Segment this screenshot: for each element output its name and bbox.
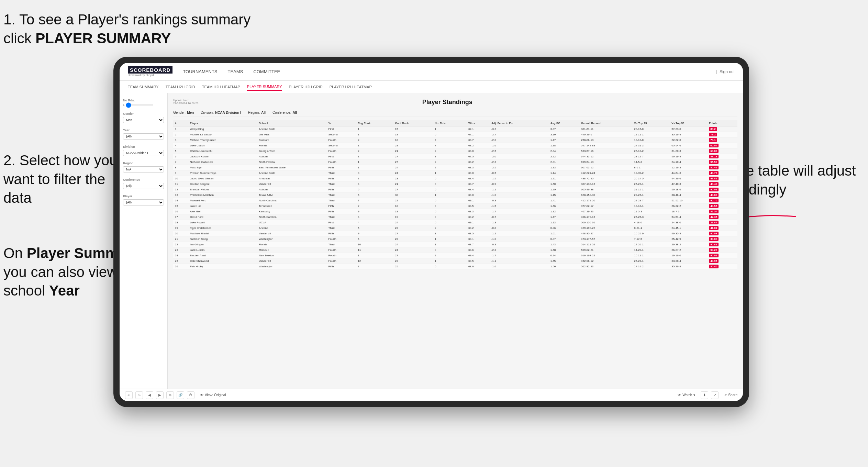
- table-row[interactable]: 7Nicholas GabrelcikNorth FloridaFourth12…: [173, 159, 737, 165]
- nav-links: TOURNAMENTS TEAMS COMMITTEE: [183, 68, 715, 76]
- toolbar-view[interactable]: 👁 View: Original: [200, 393, 226, 397]
- sub-nav-player-h2h-grid[interactable]: PLAYER H2H GRID: [289, 84, 323, 90]
- table-row[interactable]: 14Maxwell FordNorth CarolinaThird722069.…: [173, 198, 737, 203]
- toolbar-share[interactable]: ↗ Share: [724, 393, 737, 397]
- table-row[interactable]: 25Cole SherwoodVanderbiltFourth1223169.5…: [173, 258, 737, 264]
- col-no-rds: No. Rds.: [433, 120, 467, 126]
- toolbar-next[interactable]: ▶: [156, 391, 164, 399]
- table-row[interactable]: 10Jacob Skov OlesenArkansasFifth323068.4…: [173, 176, 737, 181]
- table-row[interactable]: 17David FordNorth CarolinaThird419069.2-…: [173, 214, 737, 220]
- main-content: No Rds. 1 Gender Men Women Year: [120, 93, 743, 389]
- toolbar-watch[interactable]: 👁 Watch ▾: [678, 393, 695, 397]
- toolbar-link[interactable]: 🔗: [177, 391, 184, 399]
- table-row[interactable]: 5Christo LamprechtGeorgia TechFourth2212…: [173, 148, 737, 154]
- bottom-toolbar: ↩ ↪ ◀ ▶ ⊕ 🔗 ⏱ 👁 View: Original 👁 Watch ▾…: [120, 389, 743, 401]
- sub-nav-team-h2h-grid[interactable]: TEAM H2H GRID: [166, 84, 195, 90]
- update-time: Update time: 27/03/2024 16:56:26: [173, 99, 198, 105]
- sidebar-division: Division NCAA Division I: [123, 145, 164, 156]
- annotation-step1-bold: PLAYER SUMMARY: [35, 30, 171, 46]
- table-row[interactable]: 15Jake HallTennesseeFifth718068.5-1.51.6…: [173, 203, 737, 209]
- toolbar-clock[interactable]: ⏱: [187, 391, 194, 399]
- content-area: Update time: 27/03/2024 16:56:26 Player …: [168, 93, 743, 389]
- content-header: Update time: 27/03/2024 16:56:26 Player …: [173, 99, 737, 106]
- table-row[interactable]: 9Preston SummerhaysArizona StateThird324…: [173, 170, 737, 176]
- logo: SCOREBOARD Powered by clippd: [128, 66, 173, 77]
- nav-pipe: |: [716, 69, 717, 74]
- sub-nav-player-h2h-heatmap[interactable]: PLAYER H2H HEATMAP: [330, 84, 372, 90]
- col-yr: Yr: [327, 120, 356, 126]
- table-row[interactable]: 12Brendan ValdesAuburnFifth527068.4-1.11…: [173, 187, 737, 192]
- sidebar-year: Year (All): [123, 129, 164, 140]
- table-row[interactable]: 22Ian GilliganFloridaThird1024168.7-0.91…: [173, 242, 737, 247]
- filter-gender: Gender: Men: [173, 111, 194, 114]
- filter-conference: Conference: All: [272, 111, 297, 114]
- table-row[interactable]: 21Taehoon SongWashingtonFourth623169.1-1…: [173, 236, 737, 242]
- sidebar-conference: Conference (All): [123, 178, 164, 189]
- toolbar-copy[interactable]: ⊕: [166, 391, 174, 399]
- sign-out-link[interactable]: Sign out: [720, 69, 735, 74]
- division-select[interactable]: NCAA Division I: [123, 150, 164, 156]
- table-row[interactable]: 16Alex GoffKentuckyFifth919068.3-1.71.92…: [173, 209, 737, 214]
- no-rds-slider[interactable]: [126, 104, 153, 105]
- gender-select[interactable]: Men Women: [123, 117, 164, 123]
- sidebar-gender: Gender Men Women: [123, 112, 164, 123]
- no-rds-label: No Rds.: [123, 99, 164, 102]
- col-player: Player: [188, 120, 257, 126]
- table-row[interactable]: 3Michael ThorbjornsenStanfordFourth21876…: [173, 137, 737, 143]
- standings-table: # Player School Yr Reg Rank Conf Rank No…: [173, 120, 737, 269]
- table-row[interactable]: 24Bastien AmatNew MexicoFourth127269.4-1…: [173, 253, 737, 258]
- sidebar: No Rds. 1 Gender Men Women Year: [120, 93, 168, 389]
- year-label: Year: [123, 129, 164, 132]
- sidebar-no-rds: No Rds. 1: [123, 99, 164, 107]
- table-row[interactable]: 2Michael Le SassoOle MissSecond118067.1-…: [173, 132, 737, 137]
- toolbar-undo[interactable]: ↩: [125, 391, 133, 399]
- region-label: Region: [123, 162, 164, 165]
- col-school: School: [257, 120, 326, 126]
- player-select[interactable]: (All): [123, 199, 164, 205]
- nav-right: | Sign out: [716, 69, 735, 74]
- page-title: Player Standings: [198, 99, 696, 106]
- nav-committee[interactable]: COMMITTEE: [253, 68, 280, 76]
- slider-container: 1: [123, 103, 164, 107]
- nav-teams[interactable]: TEAMS: [228, 68, 243, 76]
- col-wins: Wins: [467, 120, 490, 126]
- col-points: Points: [707, 120, 737, 126]
- nav-tournaments[interactable]: TOURNAMENTS: [183, 68, 217, 76]
- sub-nav-player-summary[interactable]: PLAYER SUMMARY: [247, 83, 282, 91]
- col-adj-score: Adj. Score to Par: [490, 120, 549, 126]
- table-row[interactable]: 11Gordon SargentVanderbiltThird421068.7-…: [173, 181, 737, 187]
- col-avg-sg: Avg SG: [549, 120, 579, 126]
- table-row[interactable]: 13Phichaksn MaichonTexas A&MThird630169.…: [173, 192, 737, 198]
- sub-nav-team-h2h-heatmap[interactable]: TEAM H2H HEATMAP: [202, 84, 240, 90]
- table-row[interactable]: 4Luke ClatonFloridaSecond129768.2-1.61.9…: [173, 143, 737, 148]
- sub-nav: TEAM SUMMARY TEAM H2H GRID TEAM H2H HEAT…: [120, 81, 743, 93]
- toolbar-expand[interactable]: ⤢: [711, 391, 719, 399]
- toolbar-redo[interactable]: ↪: [135, 391, 143, 399]
- table-row[interactable]: 18Luke PowellUCLAFirst424069.1-1.81.1350…: [173, 220, 737, 225]
- table-row[interactable]: 20Matthew RiedelVanderbiltFifth927368.5-…: [173, 231, 737, 236]
- tablet: SCOREBOARD Powered by clippd TOURNAMENTS…: [113, 57, 749, 407]
- conference-select[interactable]: (All): [123, 183, 164, 189]
- col-conf-rank: Conf Rank: [393, 120, 433, 126]
- year-select[interactable]: (All): [123, 133, 164, 140]
- division-label: Division: [123, 145, 164, 148]
- gender-label: Gender: [123, 112, 164, 115]
- col-reg-rank: Reg Rank: [356, 120, 393, 126]
- table-row[interactable]: 8Mats EgeEast Tennessee StateFifth124268…: [173, 165, 737, 170]
- sub-nav-team-summary[interactable]: TEAM SUMMARY: [128, 84, 159, 90]
- sidebar-player: Player (All): [123, 194, 164, 205]
- conference-label: Conference: [123, 178, 164, 181]
- logo-text: SCOREBOARD: [128, 66, 173, 74]
- table-row[interactable]: 19Tiger ChristensenArizonaThird523269.2-…: [173, 225, 737, 231]
- col-vs-top50: Vs Top 50: [670, 120, 707, 126]
- region-select[interactable]: N/A: [123, 166, 164, 173]
- toolbar-prev[interactable]: ◀: [146, 391, 153, 399]
- filter-division: Division: NCAA Division I: [201, 111, 241, 114]
- table-row[interactable]: 1Wenyi DingArizona StateFirst115167.1-3.…: [173, 126, 737, 132]
- table-row[interactable]: 23Jack LundinMissouriFourth1124068.6-2.3…: [173, 247, 737, 253]
- sidebar-region: Region N/A: [123, 162, 164, 173]
- logo-sub: Powered by clippd: [128, 74, 173, 77]
- table-row[interactable]: 26Petr HrubyWashingtonFifth725068.6-1.61…: [173, 264, 737, 269]
- toolbar-download[interactable]: ⬇: [701, 391, 708, 399]
- table-row[interactable]: 6Jackson KoivunAuburnFirst127367.5-2.02.…: [173, 154, 737, 159]
